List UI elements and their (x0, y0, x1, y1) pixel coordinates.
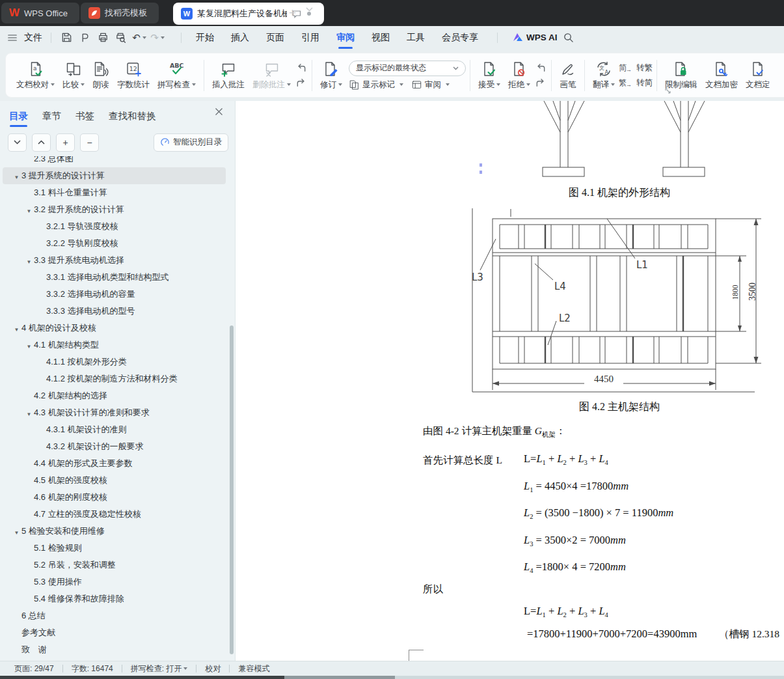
to-simplified-button[interactable]: 繁→ 转简 (619, 77, 653, 89)
close-sidebar-icon[interactable] (215, 107, 223, 116)
outline-item[interactable]: 4.1.2 按机架的制造方法和材料分类 (3, 370, 226, 387)
print-icon[interactable] (96, 31, 110, 45)
encrypt-button[interactable]: 文档加密 (701, 57, 742, 94)
redo-icon[interactable]: ↷ (150, 31, 165, 45)
doc-proof-button[interactable]: a 文档校对 (12, 57, 59, 94)
next-comment-icon[interactable] (295, 77, 308, 89)
outline-item[interactable]: 2.3 总体图 (3, 156, 226, 167)
menu-member[interactable]: 会员专享 (442, 32, 478, 44)
tab-list-chevron-icon[interactable] (306, 7, 313, 12)
zoom-out-outline-button[interactable]: − (80, 133, 99, 152)
collapse-arrow-icon[interactable] (24, 408, 34, 418)
undo-icon[interactable]: ↶ (132, 31, 146, 45)
outline-item[interactable]: 4.1.1 按机架外形分类 (3, 353, 226, 370)
outline-item[interactable]: 4.3 机架设计计算的准则和要求 (3, 404, 226, 421)
collapse-arrow-icon[interactable] (12, 171, 21, 181)
menu-start[interactable]: 开始 (196, 32, 214, 44)
delete-comment-button[interactable]: 删除批注 (249, 57, 295, 94)
outline-item[interactable]: 3.3 提升系统电动机选择 (3, 252, 226, 269)
tab-wps-home[interactable]: W WPS Office (1, 3, 79, 23)
tab-contents[interactable]: 目录 (9, 110, 28, 122)
spell-check-button[interactable]: ABC 拼写检查 (154, 57, 200, 94)
outline-item[interactable]: 3.1 料斗仓重量计算 (3, 184, 226, 201)
tab-find-replace[interactable]: 查找和替换 (109, 110, 156, 122)
collapse-arrow-icon[interactable] (12, 324, 21, 333)
outline-item[interactable]: 4.4 机架的形式及主要参数 (3, 455, 226, 472)
outline-item[interactable]: 5.4 维修保养和故障排除 (3, 590, 226, 607)
menu-tools[interactable]: 工具 (407, 32, 425, 44)
smart-recognize-toc-button[interactable]: 智能识别目录 (154, 133, 228, 152)
outline-item[interactable]: 4 机架的设计及校核 (3, 320, 226, 337)
outline-item[interactable]: 6 总结 (3, 607, 226, 624)
collapse-arrow-icon[interactable] (12, 527, 21, 536)
finalize-button[interactable]: 文档定 (742, 57, 774, 94)
save-icon[interactable] (59, 31, 74, 45)
outline-item[interactable]: 4.3.1 机架设计的准则 (3, 421, 226, 438)
show-markup-button[interactable]: 显示标记 (349, 79, 403, 90)
menu-page[interactable]: 页面 (266, 32, 284, 44)
collapse-arrow-icon[interactable] (24, 205, 34, 215)
previous-comment-icon[interactable] (295, 62, 308, 74)
brush-button[interactable]: 画笔 (556, 57, 580, 94)
outline-item[interactable]: 致 谢 (3, 641, 226, 658)
markup-state-select[interactable]: 显示标记的最终状态 (349, 61, 466, 76)
expand-all-button[interactable] (8, 133, 27, 152)
outline-item[interactable]: 4.6 机架的刚度校核 (3, 489, 226, 506)
tab-document-active[interactable]: W 某复混肥料生产设备机械结构设 (173, 3, 324, 25)
outline-item[interactable]: 5.1 检验规则 (3, 540, 226, 557)
menu-review[interactable]: 审阅 (336, 32, 355, 44)
collapse-arrow-icon[interactable] (24, 340, 34, 350)
document-page[interactable]: 图 4.1 机架的外形结构 (236, 101, 784, 661)
outline-item[interactable]: 4.2 机架结构的选择 (3, 387, 226, 404)
tab-docer[interactable]: 找稻壳模板 (81, 3, 159, 23)
collapse-all-button[interactable] (32, 133, 51, 152)
output-icon[interactable] (77, 31, 92, 45)
zoom-in-outline-button[interactable]: + (56, 133, 75, 152)
outline-item[interactable]: 5.3 使用操作 (3, 574, 226, 590)
wps-ai-button[interactable]: WPS AI (513, 33, 558, 42)
sidebar-scrollbar[interactable] (230, 326, 234, 654)
spell-check-indicator[interactable]: 拼写检查: 打开 (131, 663, 188, 674)
outline-item[interactable]: 4.3.2 机架设计的一般要求 (3, 438, 226, 455)
reject-button[interactable]: 拒绝 (504, 57, 534, 94)
outline-item[interactable]: 3.2.1 导轨强度校核 (3, 218, 226, 235)
menu-view[interactable]: 视图 (372, 32, 390, 44)
menu-file[interactable]: 文件 (24, 32, 42, 44)
outline-item[interactable]: 5.2 吊装，安装和调整 (3, 557, 226, 574)
hamburger-menu-icon[interactable] (5, 31, 20, 45)
menu-reference[interactable]: 引用 (301, 32, 319, 44)
previous-change-icon[interactable] (534, 62, 547, 74)
track-changes-button[interactable]: 修订 (316, 57, 346, 94)
outline-item[interactable]: 4.1 机架结构类型 (3, 337, 226, 353)
outline-item[interactable]: 4.5 机架的强度校核 (3, 472, 226, 489)
outline-item[interactable]: 4.7 立柱的强度及稳定性校核 (3, 506, 226, 523)
page-indicator[interactable]: 页面: 29/47 (14, 663, 54, 674)
read-aloud-button[interactable]: 朗读 (88, 57, 113, 94)
outline-item[interactable]: 3 提升系统的设计计算 (3, 167, 226, 184)
insert-comment-button[interactable]: 插入批注 (208, 57, 249, 94)
outline-item[interactable]: 参考文献 (3, 624, 226, 641)
new-tab-button[interactable]: + (289, 5, 296, 21)
proofread-button[interactable]: 校对 (205, 663, 221, 674)
review-pane-button[interactable]: 审阅 (411, 79, 450, 90)
tab-bookmarks[interactable]: 书签 (75, 110, 94, 122)
accept-button[interactable]: 接受 (474, 57, 504, 94)
tab-chapters[interactable]: 章节 (42, 110, 61, 122)
to-traditional-button[interactable]: 简→ 转繁 (619, 62, 653, 74)
outline-item[interactable]: 3.3.2 选择电动机的容量 (3, 286, 226, 303)
outline-item[interactable]: 3.3.1 选择电动机类型和结构型式 (3, 269, 226, 286)
next-change-icon[interactable] (534, 77, 547, 89)
compare-button[interactable]: 比较 (59, 57, 88, 94)
word-count-button[interactable]: 12 字数统计 (113, 57, 154, 94)
outline-item[interactable]: 3.2.2 导轨刚度校核 (3, 235, 226, 252)
outline-item[interactable]: 5 检验安装和使用维修 (3, 523, 226, 540)
outline-item[interactable]: 3.2 提升系统的设计计算 (3, 201, 226, 218)
collapse-arrow-icon[interactable] (24, 256, 34, 266)
print-preview-icon[interactable] (114, 31, 128, 45)
outline-item[interactable]: 3.3.3 选择电动机的型号 (3, 303, 226, 320)
translate-button[interactable]: 文A 翻译 (589, 57, 619, 94)
dialog-launcher-icon[interactable] (665, 88, 671, 94)
menu-insert[interactable]: 插入 (231, 32, 249, 44)
search-icon[interactable] (561, 31, 576, 45)
word-count-indicator[interactable]: 字数: 16474 (72, 663, 113, 674)
